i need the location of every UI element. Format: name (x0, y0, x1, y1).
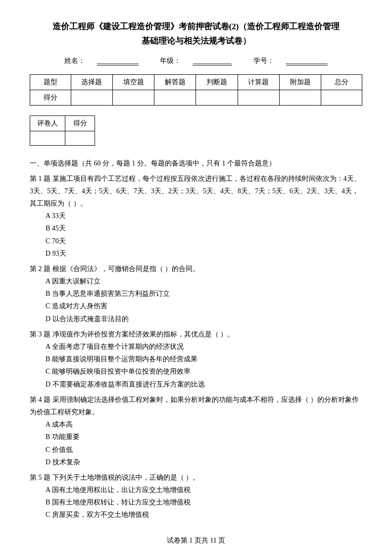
score-judge[interactable] (196, 90, 238, 105)
grader-table: 评卷人 得分 (30, 115, 95, 146)
score-answer[interactable] (154, 90, 196, 105)
col-answer: 解答题 (154, 74, 196, 90)
q2-options: A 因重大误解订立 B 当事人恶意串通损害第三方利益所订立 C 造成对方人身伤害… (46, 275, 362, 325)
q2-option-b: B 当事人恶意串通损害第三方利益所订立 (46, 287, 362, 300)
q1-options: A 33天 B 45天 C 70天 D 93天 (46, 210, 362, 260)
q2-option-c: C 造成对方人身伤害 (46, 300, 362, 312)
q3-option-d: D 不需要确定基准收益率而直接进行互斥方案的比选 (46, 378, 362, 390)
score-label: 得分 (30, 90, 71, 105)
q2-option-a: A 因重大误解订立 (46, 275, 362, 287)
q5-option-c: C 房屋买卖，双方不交土地增值税 (46, 508, 362, 521)
q4-option-a: A 成本高 (46, 418, 362, 431)
q1-number: 第 1 题 (30, 175, 52, 182)
col-fill: 填空题 (112, 74, 154, 90)
col-extra: 附加题 (280, 74, 321, 90)
q3-option-b: B 能够直接说明项目整个运营期内各年的经营成果 (46, 353, 362, 365)
col-calc: 计算题 (238, 74, 279, 90)
q4-option-c: C 价值低 (46, 444, 362, 456)
grader-label: 评卷人 (30, 115, 65, 131)
page-footer: 试卷第 1 页共 11 页 (30, 536, 362, 545)
id-label: 学号： ____________ (248, 56, 333, 65)
q1-option-d: D 93天 (46, 247, 362, 260)
score-label-grader: 得分 (65, 115, 95, 131)
grader-header-row: 评卷人 得分 (30, 115, 95, 131)
question-3: 第 3 题 净现值作为评价投资方案经济效果的指标，其优点是（ ）。 A 全面考虑… (30, 328, 362, 390)
score-choice[interactable] (71, 90, 112, 105)
name-label: 姓名： ____________ (59, 56, 144, 65)
q1-option-b: B 45天 (46, 222, 362, 234)
col-choice: 选择题 (71, 74, 112, 90)
q4-number: 第 4 题 (30, 396, 52, 403)
score-fill[interactable] (112, 90, 154, 105)
grader-name-cell[interactable] (30, 131, 65, 145)
score-extra[interactable] (280, 90, 321, 105)
question-4: 第 4 题 采用强制确定法选择价值工程对象时，如果分析对象的功能与成本不相符，应… (30, 393, 362, 468)
score-calc[interactable] (238, 90, 279, 105)
q3-number: 第 3 题 (30, 331, 52, 338)
score-table: 题型 选择题 填空题 解答题 判断题 计算题 附加题 总分 得分 (30, 74, 362, 106)
score-total[interactable] (321, 90, 362, 105)
grade-label: 年级： ___________ (155, 56, 237, 65)
section1-title: 一、单项选择题（共 60 分，每题 1 分。每题的备选项中，只有 1 个最符合题… (30, 158, 362, 169)
grader-score-cell[interactable] (65, 131, 95, 145)
col-total: 总分 (321, 74, 362, 90)
q3-option-c: C 能够明确反映项目投资中单位投资的使用效率 (46, 365, 362, 378)
q5-option-a: A 国有土地使用权出让，出让方应交土地增值税 (46, 484, 362, 496)
col-type: 题型 (30, 74, 71, 90)
page-title: 造价工程师《建设工程造价管理》考前押密试卷(2)（造价工程师工程造价管理 基础理… (30, 20, 362, 49)
section1: 一、单项选择题（共 60 分，每题 1 分。每题的备选项中，只有 1 个最符合题… (30, 158, 362, 521)
q1-option-c: C 70天 (46, 235, 362, 247)
grader-value-row (30, 131, 95, 145)
q5-option-b: B 国有土地使用权转让，转让方应交土地增值税 (46, 496, 362, 508)
question-2: 第 2 题 根据《合同法》，可撤销合同是指（ ）的合同。 A 因重大误解订立 B… (30, 263, 362, 325)
q4-option-d: D 技术复杂 (46, 456, 362, 468)
score-table-header-row: 题型 选择题 填空题 解答题 判断题 计算题 附加题 总分 (30, 74, 362, 90)
score-table-value-row: 得分 (30, 90, 362, 105)
q4-options: A 成本高 B 功能重要 C 价值低 D 技术复杂 (46, 418, 362, 468)
question-5: 第 5 题 下列关于土地增值税的说法中，正确的是（ ）。 A 国有土地使用权出让… (30, 471, 362, 521)
q2-option-d: D 以合法形式掩盖非法目的 (46, 313, 362, 325)
col-judge: 判断题 (196, 74, 238, 90)
question-1: 第 1 题 某施工项目有四个工艺过程，每个过程按五段依次进行施工，各过程在各段的… (30, 172, 362, 260)
q5-options: A 国有土地使用权出让，出让方应交土地增值税 B 国有土地使用权转让，转让方应交… (46, 484, 362, 521)
q4-option-b: B 功能重要 (46, 431, 362, 443)
q1-option-a: A 33天 (46, 210, 362, 222)
q3-options: A 全面考虑了项目在整个计算期内的经济状况 B 能够直接说明项目整个运营期内各年… (46, 340, 362, 390)
q2-number: 第 2 题 (30, 265, 52, 273)
q5-number: 第 5 题 (30, 474, 52, 481)
student-info: 姓名： ____________ 年级： ___________ 学号： ___… (30, 56, 362, 65)
q3-option-a: A 全面考虑了项目在整个计算期内的经济状况 (46, 340, 362, 353)
